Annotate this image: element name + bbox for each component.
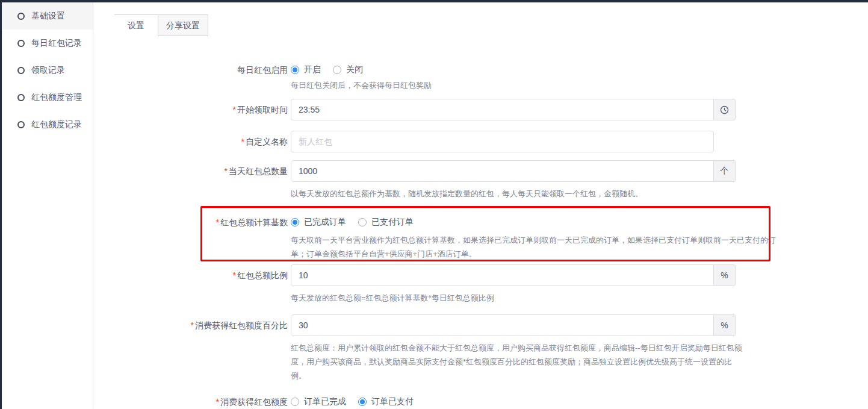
field-control-daily-enable: 开启 关闭 每日红包关闭后，不会获得每日红包奖励	[291, 64, 868, 92]
field-label-text: 红包总额比例	[237, 270, 288, 280]
form-row-total-ratio: *红包总额比例 % 每天发放的红包总额=红包总额计算基数*每日红包总额比例	[94, 264, 868, 305]
field-label-text: 红包总额计算基数	[220, 217, 288, 227]
main-content: 设置 分享设置 每日红包启用 开启 关闭 每日红包关闭后，	[94, 2, 868, 409]
required-asterisk: *	[233, 105, 236, 114]
radio-label: 已完成订单	[304, 217, 346, 228]
field-label-total-ratio: *红包总额比例	[94, 264, 288, 305]
radio-option-order-completed[interactable]: 订单已完成	[291, 396, 346, 407]
unit-addon-percent: %	[714, 314, 736, 336]
radio-option-completed-orders[interactable]: 已完成订单	[291, 217, 346, 228]
radio-label: 开启	[304, 64, 321, 75]
radio-icon	[291, 218, 299, 226]
sidebar-item-label: 每日红包记录	[31, 38, 82, 49]
field-label-start-time: *开始领取时间	[94, 99, 288, 120]
field-label-quota-status: *消费获得红包额度	[94, 396, 288, 409]
helper-daily-count: 以每天发放的红包总额作为基数，随机发放指定数量的红包，每人每天只能领取一个红包，…	[291, 187, 868, 201]
total-ratio-input-group: %	[291, 264, 736, 286]
radio-label: 订单已完成	[304, 396, 346, 407]
sidebar-item-basic-settings[interactable]: 基础设置	[2, 2, 93, 30]
field-label-daily-enable: 每日红包启用	[94, 64, 288, 92]
field-label-text: 每日红包启用	[237, 65, 288, 75]
field-control-calc-base: 已完成订单 已支付订单 每天取前一天平台营业额作为红包总额计算基数，如果选择已完…	[291, 216, 868, 261]
custom-name-input-group	[291, 131, 714, 152]
unit-addon-percent: %	[714, 264, 736, 286]
helper-total-ratio: 每天发放的红包总额=红包总额计算基数*每日红包总额比例	[291, 291, 868, 305]
daily-count-input[interactable]	[291, 160, 714, 182]
field-label-daily-count: *当天红包总数量	[94, 160, 288, 201]
daily-count-input-group: 个	[291, 160, 736, 182]
custom-name-input[interactable]	[291, 131, 714, 152]
field-control-start-time	[291, 99, 868, 120]
total-ratio-input[interactable]	[291, 264, 714, 286]
tab-settings[interactable]: 设置	[114, 14, 158, 36]
field-label-text: 消费获得红包额度	[220, 397, 288, 407]
sidebar-item-daily-redpacket-records[interactable]: 每日红包记录	[2, 30, 93, 57]
radio-label: 订单已支付	[371, 396, 414, 407]
clock-icon	[720, 105, 729, 114]
radio-icon	[291, 398, 299, 406]
field-control-custom-name	[291, 131, 868, 152]
field-label-text: 当天红包总数量	[229, 166, 288, 176]
settings-form: 每日红包启用 开启 关闭 每日红包关闭后，不会获得每日红包奖励	[94, 64, 868, 409]
field-label-custom-name: *自定义名称	[94, 131, 288, 152]
daily-enable-radio-group: 开启 关闭	[291, 64, 868, 76]
left-dark-edge	[0, 0, 2, 409]
quota-percent-input-group: %	[291, 314, 736, 336]
radio-option-order-paid[interactable]: 订单已支付	[358, 396, 414, 407]
radio-option-enable-on[interactable]: 开启	[291, 64, 321, 75]
field-label-text: 自定义名称	[246, 137, 288, 146]
sidebar-item-label: 基础设置	[31, 11, 65, 22]
start-time-input[interactable]	[291, 99, 714, 120]
helper-daily-enable: 每日红包关闭后，不会获得每日红包奖励	[291, 80, 868, 92]
field-control-quota-status: 订单已完成 订单已支付 获取红包额度：用户购买商品产生的红包额度与订单状态关联	[291, 396, 868, 409]
form-row-custom-name: *自定义名称	[94, 131, 868, 152]
circle-icon	[17, 67, 25, 74]
quota-status-radio-group: 订单已完成 订单已支付	[291, 396, 868, 408]
form-row-start-time: *开始领取时间	[94, 99, 868, 120]
required-asterisk: *	[216, 217, 219, 227]
sidebar-item-label: 领取记录	[31, 65, 65, 76]
top-dark-bar	[0, 0, 868, 2]
field-control-quota-percent: % 红包总额度：用户累计领取的红包金额不能大于红包总额度，用户购买商品获得红包额…	[291, 314, 868, 382]
sidebar: 基础设置 每日红包记录 领取记录 红包额度管理 红包额度记录	[2, 2, 93, 409]
radio-label: 关闭	[346, 64, 363, 75]
tab-bar: 设置 分享设置	[114, 14, 868, 36]
required-asterisk: *	[233, 270, 236, 280]
field-label-text: 开始领取时间	[237, 105, 288, 114]
form-row-daily-enable: 每日红包启用 开启 关闭 每日红包关闭后，不会获得每日红包奖励	[94, 64, 868, 92]
form-row-quota-status: *消费获得红包额度 订单已完成 订单已支付 获取红包额度：用户购买商品产生的红包…	[94, 396, 868, 409]
start-time-input-group	[291, 99, 736, 120]
tab-share-settings[interactable]: 分享设置	[158, 14, 208, 36]
helper-quota-percent: 红包总额度：用户累计领取的红包金额不能大于红包总额度，用户购买商品获得红包额度，…	[291, 341, 747, 382]
circle-icon	[17, 121, 25, 128]
radio-option-paid-orders[interactable]: 已支付订单	[358, 217, 414, 228]
time-picker-button[interactable]	[714, 99, 736, 120]
field-control-total-ratio: % 每天发放的红包总额=红包总额计算基数*每日红包总额比例	[291, 264, 868, 305]
field-label-quota-percent: *消费获得红包额度百分比	[94, 314, 288, 382]
field-control-daily-count: 个 以每天发放的红包总额作为基数，随机发放指定数量的红包，每人每天只能领取一个红…	[291, 160, 868, 201]
calc-base-radio-group: 已完成订单 已支付订单	[291, 216, 868, 228]
field-label-calc-base: *红包总额计算基数	[94, 216, 288, 261]
sidebar-item-label: 红包额度记录	[31, 119, 82, 130]
radio-icon	[358, 398, 367, 406]
required-asterisk: *	[225, 166, 228, 176]
quota-percent-input[interactable]	[291, 314, 714, 336]
radio-icon	[333, 66, 341, 74]
radio-icon	[358, 218, 367, 226]
sidebar-item-quota-management[interactable]: 红包额度管理	[2, 84, 93, 111]
sidebar-item-quota-records[interactable]: 红包额度记录	[2, 111, 93, 138]
circle-icon	[17, 94, 25, 101]
required-asterisk: *	[241, 137, 244, 146]
circle-icon	[17, 13, 25, 20]
form-row-daily-count: *当天红包总数量 个 以每天发放的红包总额作为基数，随机发放指定数量的红包，每人…	[94, 160, 868, 201]
radio-label: 已支付订单	[371, 217, 414, 228]
field-label-text: 消费获得红包额度百分比	[195, 320, 288, 330]
form-row-calc-base: *红包总额计算基数 已完成订单 已支付订单 每天取前一天平台营业额作为红包总额计…	[94, 216, 868, 261]
sidebar-item-claim-records[interactable]: 领取记录	[2, 57, 93, 84]
sidebar-item-label: 红包额度管理	[31, 92, 82, 103]
radio-icon	[291, 66, 299, 74]
form-row-quota-percent: *消费获得红包额度百分比 % 红包总额度：用户累计领取的红包金额不能大于红包总额…	[94, 314, 868, 382]
required-asterisk: *	[216, 397, 219, 407]
circle-icon	[17, 40, 25, 47]
radio-option-enable-off[interactable]: 关闭	[333, 64, 363, 75]
